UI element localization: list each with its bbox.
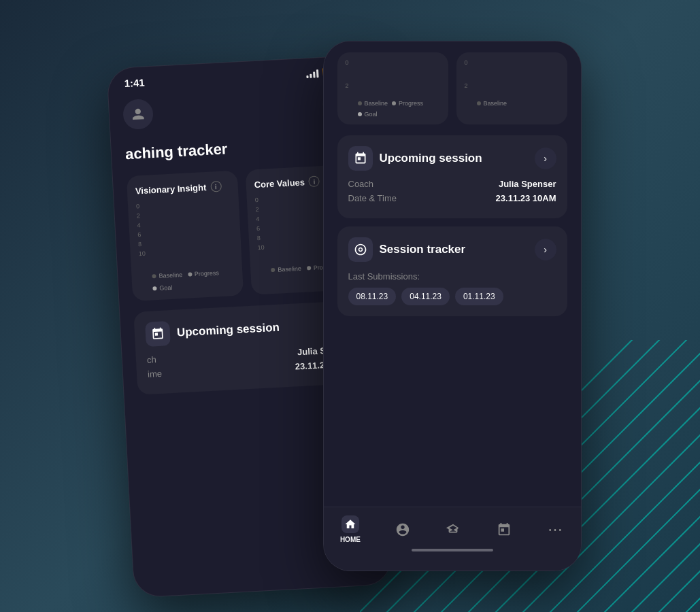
calendar-nav-icon xyxy=(495,521,513,539)
top-charts-area: 20 Baseline Progress Goal xyxy=(324,41,581,130)
nav-activity[interactable] xyxy=(394,521,412,539)
bars-vi xyxy=(148,198,233,256)
top-legend-left: Baseline Progress Goal xyxy=(346,100,440,118)
coaching-tracker-title: aching tracker xyxy=(124,140,228,163)
top-chart-left-area: 20 xyxy=(346,59,440,100)
submission-badge-3[interactable]: 01.11.23 xyxy=(455,288,503,305)
time-value-right: 23.11.23 10AM xyxy=(496,193,556,203)
visionary-insight-title: Visionary Insight i xyxy=(135,180,230,196)
top-ylabels-right: 20 xyxy=(465,59,468,89)
top-ylabels-left: 20 xyxy=(346,59,349,89)
nav-calendar[interactable] xyxy=(495,521,513,539)
session-tracker-card: Session tracker › Last Submissions: 08.1… xyxy=(337,226,567,316)
top-legend-right: Baseline xyxy=(465,100,559,107)
top-charts-row: 20 Baseline Progress Goal xyxy=(337,52,567,124)
nav-courses[interactable] xyxy=(444,521,462,539)
y-labels-vi: 1086420 xyxy=(135,203,145,257)
y-labels-cv: 1086420 xyxy=(254,197,264,251)
coach-label-left: ch xyxy=(146,354,156,365)
time-label-right: Date & Time xyxy=(348,193,397,203)
scene: 1:41 📶 🔋 xyxy=(0,0,700,612)
phone-right: 20 Baseline Progress Goal xyxy=(323,41,582,571)
top-chart-left: 20 Baseline Progress Goal xyxy=(337,52,448,124)
visionary-insight-chart: 1086420 xyxy=(135,198,233,271)
calendar-icon-left xyxy=(145,321,171,347)
coach-row-right: Coach Julia Spenser xyxy=(348,179,556,189)
coach-label-right: Coach xyxy=(348,179,374,189)
time-row-right: Date & Time 23.11.23 10AM xyxy=(348,193,556,203)
last-submissions-label: Last Submissions: xyxy=(348,271,420,282)
submission-badge-2[interactable]: 04.11.23 xyxy=(401,288,450,305)
legend-vi: Baseline Progress Goal xyxy=(139,269,235,292)
home-indicator xyxy=(412,549,493,551)
visionary-insight-card: Visionary Insight i 1086420 xyxy=(126,171,243,301)
nav-home[interactable]: HOME xyxy=(340,515,361,543)
bottom-nav: HOME xyxy=(324,507,581,571)
nav-more[interactable]: ⋯ xyxy=(546,521,564,539)
signal-icon xyxy=(305,69,318,78)
session-tracker-chevron[interactable]: › xyxy=(535,239,556,260)
submission-badge-1[interactable]: 08.11.23 xyxy=(348,288,397,305)
courses-nav-icon xyxy=(444,521,462,539)
time-label-left: ime xyxy=(147,369,162,379)
upcoming-session-card-right: Upcoming session › Coach Julia Spenser D… xyxy=(337,135,567,218)
session-tracker-title: Session tracker xyxy=(380,243,466,256)
session-tracker-title-row: Session tracker xyxy=(348,237,466,262)
calendar-icon-right xyxy=(348,146,373,171)
upcoming-session-title-row-right: Upcoming session xyxy=(348,146,482,171)
upcoming-session-header-right: Upcoming session › xyxy=(348,146,556,171)
top-chart-right-area: 20 xyxy=(465,59,559,100)
coach-value-right: Julia Spenser xyxy=(499,179,556,189)
phones-wrapper: 1:41 📶 🔋 xyxy=(119,41,582,571)
more-nav-icon: ⋯ xyxy=(546,521,564,539)
top-bars-right xyxy=(477,59,559,89)
activity-nav-icon xyxy=(394,521,412,539)
info-icon-vi[interactable]: i xyxy=(210,181,221,192)
upcoming-session-title-right: Upcoming session xyxy=(380,152,482,165)
session-tracker-header: Session tracker › xyxy=(348,237,556,262)
top-chart-right: 20 Baseline xyxy=(456,52,567,124)
top-bars-left xyxy=(358,59,440,89)
home-nav-icon xyxy=(341,515,359,533)
info-icon-cv[interactable]: i xyxy=(308,175,320,187)
avatar-button[interactable] xyxy=(122,99,153,130)
upcoming-session-chevron-right[interactable]: › xyxy=(535,148,556,169)
time-left: 1:41 xyxy=(124,77,145,90)
upcoming-session-title-row: Upcoming session xyxy=(145,316,280,347)
submissions-row: 08.11.23 04.11.23 01.11.23 xyxy=(348,288,556,305)
upcoming-session-title-left: Upcoming session xyxy=(176,321,280,340)
target-icon xyxy=(348,237,373,262)
nav-items: HOME xyxy=(324,515,581,543)
home-nav-label: HOME xyxy=(340,536,361,543)
